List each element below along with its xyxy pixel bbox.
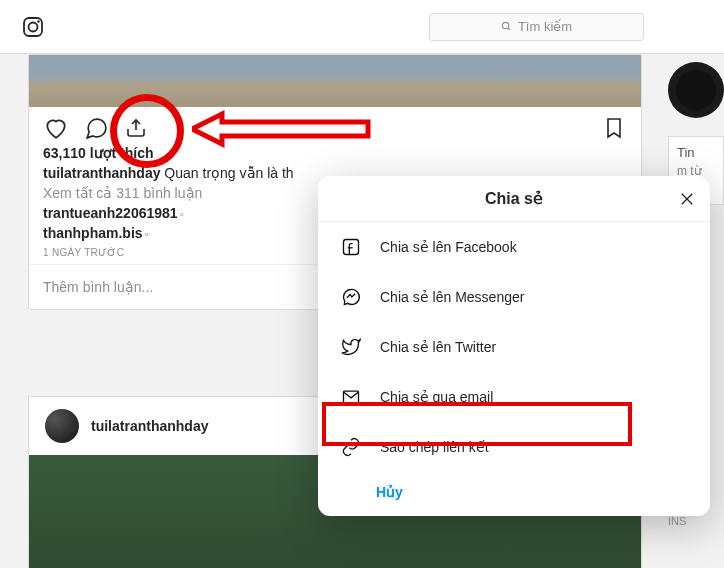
email-icon	[340, 386, 362, 408]
share-twitter-row[interactable]: Chia sẻ lên Twitter	[318, 322, 710, 372]
share-messenger-row[interactable]: Chia sẻ lên Messenger	[318, 272, 710, 322]
cancel-button[interactable]: Hủy	[354, 472, 710, 516]
top-bar: Tìm kiếm	[0, 0, 724, 54]
link-icon	[340, 436, 362, 458]
share-facebook-row[interactable]: Chia sẻ lên Facebook	[318, 222, 710, 272]
comment-user-2[interactable]: thanhpham.bis	[43, 225, 143, 241]
instagram-logo-icon[interactable]	[20, 14, 46, 40]
post-actions	[29, 107, 641, 145]
facebook-icon	[340, 236, 362, 258]
post2-username[interactable]: tuilatranthanhday	[91, 418, 208, 434]
search-placeholder: Tìm kiếm	[518, 19, 572, 34]
avatar[interactable]	[45, 409, 79, 443]
share-email-label: Chia sẻ qua email	[380, 389, 493, 405]
caption-text: Quan trọng vẫn là th	[164, 165, 293, 181]
svg-point-2	[37, 20, 39, 22]
share-facebook-label: Chia sẻ lên Facebook	[380, 239, 517, 255]
search-input[interactable]: Tìm kiếm	[429, 13, 644, 41]
share-email-row[interactable]: Chia sẻ qua email	[318, 372, 710, 422]
bookmark-icon[interactable]	[601, 115, 627, 141]
modal-header: Chia sẻ	[318, 176, 710, 222]
close-icon[interactable]	[676, 188, 698, 210]
share-twitter-label: Chia sẻ lên Twitter	[380, 339, 496, 355]
svg-rect-9	[344, 240, 359, 255]
messenger-icon	[340, 286, 362, 308]
svg-point-6	[676, 70, 716, 110]
like-icon[interactable]	[43, 115, 69, 141]
svg-point-3	[502, 22, 508, 28]
likes-count[interactable]: 63,110 lượt thích	[29, 145, 641, 161]
svg-line-4	[508, 28, 510, 30]
stories-label: Tin	[669, 137, 723, 164]
share-messenger-label: Chia sẻ lên Messenger	[380, 289, 524, 305]
share-modal: Chia sẻ Chia sẻ lên Facebook Chia sẻ lên…	[318, 176, 710, 516]
comment-icon[interactable]	[83, 115, 109, 141]
post-image[interactable]	[29, 55, 641, 107]
share-icon[interactable]	[123, 115, 149, 141]
comment-user-1[interactable]: trantueanh22061981	[43, 205, 178, 221]
caption-username[interactable]: tuilatranthanhday	[43, 165, 160, 181]
modal-title: Chia sẻ	[485, 189, 543, 208]
copy-link-label: Sao chép liên kết	[380, 439, 489, 455]
story-avatar[interactable]	[668, 62, 724, 118]
svg-point-1	[29, 22, 38, 31]
copy-link-row[interactable]: Sao chép liên kết	[318, 422, 710, 472]
twitter-icon	[340, 336, 362, 358]
